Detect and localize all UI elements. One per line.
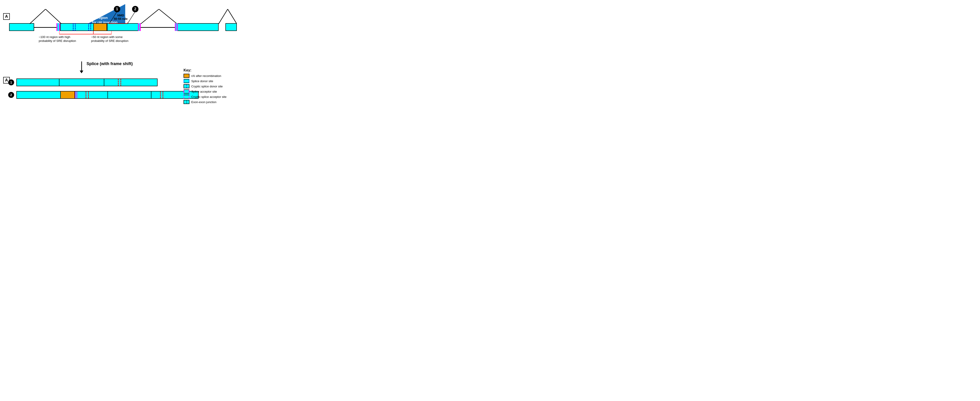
- bracket2-label: ~50 nt region with someprobability of SR…: [91, 35, 129, 43]
- key-swatch-splice-donor: [183, 79, 189, 83]
- key-item-exon-junction: Exon-exon junction: [183, 100, 245, 104]
- splice-acceptor-mark-2: [138, 23, 141, 31]
- exon-junction-2c: [151, 92, 151, 98]
- red-bracket-1: [59, 31, 93, 35]
- svg-line-5: [127, 12, 135, 24]
- circle-1-b: 1: [8, 79, 14, 86]
- key-label-cryptic-acceptor: Cryptic splice acceptor site: [191, 95, 227, 98]
- exon-4: [175, 23, 219, 31]
- ptc-mark-2a: [86, 92, 89, 98]
- intron-peak-1: [30, 9, 62, 24]
- key-swatch-rai: [183, 74, 189, 78]
- key-title: Key:: [183, 68, 245, 72]
- key-item-rai: rAI after recombination: [183, 74, 245, 78]
- bracket1-label: ~100 nt region with highprobability of S…: [39, 35, 76, 43]
- key-item-cryptic-donor: Cryptic splice donor site: [183, 84, 245, 88]
- splice-acceptor-mark-1: [56, 23, 60, 31]
- key-swatch-cryptic-acceptor: [183, 95, 189, 99]
- key-label-splice-donor: Splice donor site: [191, 79, 213, 83]
- key-label-exon-junction: Exon-exon junction: [191, 100, 216, 104]
- arrow-shaft: [81, 62, 82, 71]
- exon-junction-2b: [107, 92, 108, 98]
- key-label-rai: rAI after recombination: [191, 74, 221, 78]
- splice-label: Splice (with frame shift): [86, 62, 133, 66]
- exon-5: [226, 23, 237, 31]
- key-item-splice-donor: Splice donor site: [183, 79, 245, 83]
- mrna-row-2: 2: [16, 91, 199, 99]
- mrna-bar-2: [16, 91, 199, 99]
- exon-junction-1a: [59, 79, 59, 86]
- cryptic-donor-1: [73, 23, 76, 31]
- key-container: Key: rAI after recombination Splice dono…: [183, 68, 245, 105]
- key-swatch-exon-junction: [183, 100, 189, 104]
- key-swatch-cryptic-donor: [183, 84, 189, 88]
- diagram-container: A Best region for rAI insertion: [2, 2, 245, 102]
- red-bracket-2: [93, 31, 111, 35]
- ptc-mark-2b: [160, 92, 163, 98]
- svg-text:Best: Best: [94, 11, 102, 15]
- exon-junction-1b: [104, 79, 104, 86]
- key-item-cryptic-acceptor: Cryptic splice acceptor site: [183, 95, 245, 99]
- mrna-bar-1: [16, 79, 158, 86]
- key-label-cryptic-donor: Cryptic splice donor site: [191, 85, 223, 88]
- key-label-acceptor: Splice acceptor site: [191, 90, 217, 93]
- rai-block-b: [60, 92, 75, 98]
- splice-acceptor-b1: [75, 92, 77, 98]
- cryptic-acceptor-mark: [61, 92, 62, 98]
- splice-arrow-container: [80, 62, 83, 73]
- key-item-acceptor: Splice acceptor site: [183, 89, 245, 94]
- arrow-head: [80, 71, 83, 73]
- ptc-mark-1: [118, 79, 121, 86]
- svg-text:NMD: NMD: [117, 14, 124, 17]
- exon-1: [9, 23, 34, 31]
- circle-2-b: 2: [8, 92, 14, 98]
- svg-text:50-55 rule: 50-55 rule: [114, 17, 128, 21]
- key-swatch-acceptor: [183, 89, 189, 94]
- panel-a-label: A: [3, 13, 10, 20]
- cryptic-donor-2: [88, 23, 91, 31]
- nmd-lines: NMD 50-55 rule: [102, 5, 153, 25]
- mrna-row-1: 1: [16, 79, 158, 86]
- splice-acceptor-mark-3: [175, 23, 178, 31]
- intron-peak-3: [219, 9, 237, 24]
